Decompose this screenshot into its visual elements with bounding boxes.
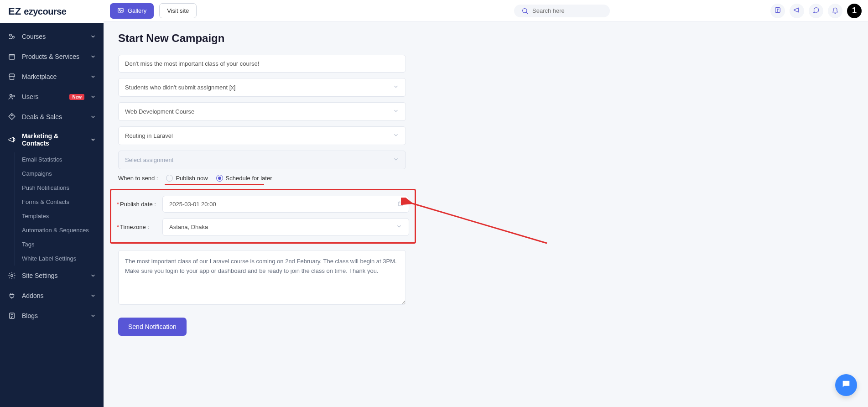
- chevron-down-icon: [90, 73, 96, 80]
- radio-label: Publish now: [176, 175, 208, 182]
- segment-select[interactable]: Students who didn't submit assignment [x…: [118, 78, 406, 97]
- segment-value: Students who didn't submit assignment [x…: [125, 84, 235, 91]
- gear-icon: [7, 271, 16, 280]
- users-icon: [7, 92, 16, 101]
- subnav-campaigns[interactable]: Campaigns: [9, 167, 104, 181]
- svg-point-1: [12, 36, 15, 38]
- nav-label: Marketplace: [22, 73, 84, 80]
- course-select[interactable]: Web Development Course: [118, 102, 406, 121]
- facebook-icon: [774, 6, 781, 15]
- nav-label: Deals & Sales: [22, 113, 84, 120]
- subject-input[interactable]: [118, 55, 406, 73]
- svg-point-0: [10, 34, 12, 37]
- chevron-down-icon: [393, 83, 399, 91]
- nav-marketplace[interactable]: Marketplace: [0, 67, 104, 87]
- nav-blogs[interactable]: Blogs: [0, 306, 104, 326]
- subnav-push-notifications[interactable]: Push Notifications: [9, 181, 104, 195]
- timezone-select[interactable]: Astana, Dhaka: [162, 218, 409, 236]
- chevron-down-icon: [90, 272, 96, 279]
- new-badge: New: [69, 94, 84, 100]
- radio-label: Schedule for later: [226, 175, 272, 182]
- svg-rect-12: [398, 202, 402, 205]
- radio-schedule-later[interactable]: Schedule for later: [216, 175, 272, 182]
- brand-logo[interactable]: EZ ezycourse: [0, 0, 104, 23]
- store-icon: [7, 72, 16, 81]
- subnav-email-statistics[interactable]: Email Statistics: [9, 152, 104, 167]
- search-icon: [521, 7, 529, 15]
- chat-button[interactable]: [809, 4, 823, 18]
- nav-users[interactable]: Users New: [0, 87, 104, 107]
- radio-icon: [166, 175, 173, 182]
- assignment-placeholder: Select assignment: [125, 157, 173, 163]
- course-value: Web Development Course: [125, 108, 194, 115]
- radio-publish-now[interactable]: Publish now: [166, 175, 208, 182]
- page-title: Start New Campaign: [118, 32, 853, 45]
- when-to-send-row: When to send : Publish now Schedule for …: [118, 175, 406, 182]
- bell-icon: [832, 6, 839, 15]
- subnav-automation[interactable]: Automation & Sequences: [9, 223, 104, 237]
- svg-rect-2: [9, 55, 15, 60]
- chat-fab-button[interactable]: [835, 374, 857, 396]
- message-textarea[interactable]: [118, 250, 406, 305]
- nav-label: Courses: [22, 33, 84, 40]
- search-container[interactable]: [514, 5, 610, 17]
- plug-icon: [7, 291, 16, 300]
- annotation-arrow: [401, 198, 556, 248]
- announce-icon: [793, 6, 800, 15]
- search-input[interactable]: [532, 7, 609, 14]
- nav-addons[interactable]: Addons: [0, 286, 104, 306]
- chevron-down-icon: [90, 33, 96, 40]
- box-icon: [7, 52, 16, 61]
- facebook-button[interactable]: [770, 4, 785, 18]
- calendar-icon: [397, 200, 404, 209]
- chevron-down-icon: [393, 132, 399, 140]
- chat-bubble-icon: [841, 379, 851, 391]
- nav-label: Addons: [22, 292, 84, 299]
- timezone-value: Astana, Dhaka: [169, 224, 208, 230]
- lesson-value: Routing in Laravel: [125, 132, 173, 139]
- megaphone-icon: [7, 135, 16, 144]
- lesson-select[interactable]: Routing in Laravel: [118, 126, 406, 145]
- nav-products[interactable]: Products & Services: [0, 47, 104, 67]
- nav-courses[interactable]: Courses: [0, 26, 104, 47]
- brand-name: ezycourse: [24, 6, 66, 17]
- subnav-templates[interactable]: Templates: [9, 209, 104, 223]
- nav-label: Blogs: [22, 312, 84, 319]
- annotation-underline: [165, 184, 264, 185]
- chevron-down-icon: [90, 136, 96, 143]
- nav-label: Marketing & Contacts: [22, 132, 84, 147]
- gallery-icon: [117, 7, 124, 15]
- annotation-highlight-box: *Publish date : *Timezone : Astana, Dhak…: [110, 189, 416, 244]
- svg-point-4: [13, 95, 15, 97]
- nav-label: Site Settings: [22, 272, 84, 279]
- nav-label: Products & Services: [22, 53, 84, 60]
- announce-button[interactable]: [790, 4, 804, 18]
- send-notification-button[interactable]: Send Notification: [118, 318, 187, 336]
- radio-checked-icon: [216, 175, 223, 182]
- top-header: Gallery Visit site 1: [104, 0, 868, 22]
- chevron-down-icon: [90, 313, 96, 319]
- nav-site-settings[interactable]: Site Settings: [0, 266, 104, 286]
- assignment-select[interactable]: Select assignment: [118, 151, 406, 169]
- when-to-send-label: When to send :: [118, 175, 158, 182]
- svg-point-5: [11, 115, 12, 116]
- notification-button[interactable]: [828, 4, 842, 18]
- subnav-tags[interactable]: Tags: [9, 237, 104, 251]
- publish-date-input[interactable]: [162, 196, 409, 213]
- nav-deals[interactable]: Deals & Sales: [0, 107, 104, 127]
- gallery-button[interactable]: Gallery: [110, 3, 154, 19]
- visit-site-button[interactable]: Visit site: [159, 3, 197, 18]
- svg-point-6: [11, 275, 13, 277]
- subnav-white-label[interactable]: White Label Settings: [9, 251, 104, 266]
- svg-point-10: [523, 8, 527, 12]
- chevron-down-icon: [90, 292, 96, 299]
- subnav-forms-contacts[interactable]: Forms & Contacts: [9, 195, 104, 209]
- svg-line-14: [411, 203, 547, 243]
- nav-marketing[interactable]: Marketing & Contacts: [0, 127, 104, 152]
- user-avatar[interactable]: 1: [847, 4, 862, 18]
- chat-icon: [812, 6, 820, 15]
- courses-icon: [7, 32, 16, 41]
- svg-point-9: [119, 9, 120, 10]
- timezone-label: *Timezone :: [117, 224, 158, 230]
- nav-label: Users: [22, 93, 64, 100]
